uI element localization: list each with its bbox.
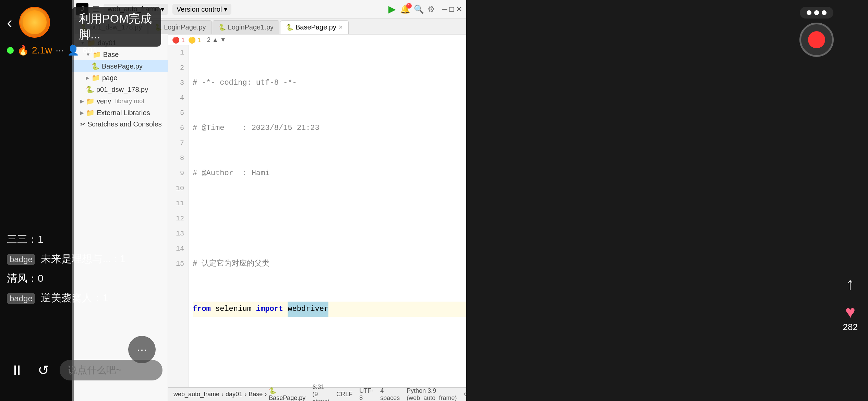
tree-label: venv xyxy=(97,97,111,105)
python-file-icon: 🐍 xyxy=(86,85,94,94)
folder-icon: 📁 xyxy=(86,109,95,117)
cursor-position: 6:31 (9 chars) xyxy=(312,384,329,401)
expand-icon: ▶ xyxy=(80,110,84,116)
tab-label: BasePage.py xyxy=(296,23,336,31)
folder-icon: 📁 xyxy=(87,39,96,47)
right-controls xyxy=(765,0,868,401)
tree-label: External Libraries xyxy=(97,109,150,117)
window-controls: ─ □ ✕ xyxy=(442,5,462,14)
run-button[interactable]: ▶ xyxy=(388,3,396,15)
code-line-4 xyxy=(193,211,466,226)
left-overlay xyxy=(0,0,74,401)
line-ending: CRLF xyxy=(336,391,352,398)
expand-icon: ▼ xyxy=(80,40,85,46)
more-options-button[interactable]: ··· xyxy=(56,45,63,56)
code-content[interactable]: # -*- coding: utf-8 -*- # @Time : 2023/8… xyxy=(189,45,466,387)
ide-tools: 🔔 1 🔍 ⚙ xyxy=(400,4,435,14)
replay-button[interactable]: ↺ xyxy=(38,362,49,378)
code-area[interactable]: 1 2 3 4 5 6 7 8 9 10 11 12 13 14 15 xyxy=(168,45,466,387)
warning-count: 🟡 1 xyxy=(188,36,201,44)
tree-label: Scratches and Consoles xyxy=(87,120,162,128)
path-day01: day01 xyxy=(226,391,242,398)
line-numbers: 1 2 3 4 5 6 7 8 9 10 11 12 13 14 15 xyxy=(168,45,189,387)
share-button[interactable]: ↑ xyxy=(846,274,855,294)
settings-icon: ⚙ xyxy=(463,391,466,398)
back-button[interactable]: ‹ xyxy=(7,13,12,32)
tab-python-icon: 🐍 xyxy=(81,24,88,31)
tab-p01dsw178[interactable]: 🐍 p01_dsw_178.py xyxy=(75,20,148,34)
pause-button[interactable]: ⏸ xyxy=(7,360,27,380)
path-base: Base xyxy=(249,391,263,398)
tree-item-external-libraries[interactable]: ▶ 📁 External Libraries xyxy=(72,107,168,119)
expand-icon: ▶ xyxy=(86,75,89,81)
dot-2 xyxy=(814,10,819,15)
tab-basepage[interactable]: 🐍 BasePage.py ✕ xyxy=(280,20,349,34)
statusbar-path[interactable]: web_auto_frame › day01 › Base › 🐍 BasePa… xyxy=(173,387,305,401)
tree-item-basepage[interactable]: 🐍 BasePage.py xyxy=(72,60,168,72)
tree-item-venv[interactable]: ▶ 📁 venv library root xyxy=(72,95,168,107)
search-button[interactable]: 🔍 xyxy=(414,4,424,14)
vcs-label: Version control xyxy=(177,5,222,13)
notification-bell[interactable]: 🔔 1 xyxy=(400,4,410,14)
statusbar-right: 6:31 (9 chars) CRLF UTF-8 4 spaces Pytho… xyxy=(312,384,466,401)
action-buttons: ↑ ♥ 282 xyxy=(843,274,858,332)
tree-label: Base xyxy=(103,51,119,59)
path-web: web_auto_frame xyxy=(173,391,219,398)
python-file-icon: 🐍 xyxy=(91,62,100,70)
tree-item-scratches[interactable]: ✂ Scratches and Consoles xyxy=(72,119,168,130)
vcs-selector[interactable]: Version control ▾ xyxy=(172,4,231,15)
tab-loginpage1[interactable]: 🐍 LoginPage1.py xyxy=(213,20,279,34)
tree-label: page xyxy=(102,74,118,82)
indent-info: 4 spaces xyxy=(380,387,400,401)
path-file: 🐍 BasePage.py xyxy=(269,387,305,401)
tree-item-base[interactable]: ▼ 📁 Base xyxy=(72,49,168,60)
code-line-7 xyxy=(193,347,466,362)
error-bar: 🔴 1 🟡 1 2 ▲ ▼ xyxy=(168,34,466,45)
code-line-2: # @Time : 2023/8/15 21:23 xyxy=(193,121,466,136)
hamburger-menu[interactable]: ☰ xyxy=(93,5,99,14)
scratches-icon: ✂ xyxy=(80,121,85,128)
expand-icon: ▼ xyxy=(86,52,91,57)
project-name-label: web_auto_frame xyxy=(108,5,159,13)
maximize-button[interactable]: □ xyxy=(449,5,454,14)
tab-loginpage[interactable]: 🐍 LoginPage.py xyxy=(148,20,212,34)
tree-item-day01[interactable]: ▼ 📁 day01 xyxy=(72,37,168,49)
project-selector[interactable]: web_auto_frame ▾ xyxy=(104,4,168,15)
tab-python-icon: 🐍 xyxy=(286,24,293,31)
close-button[interactable]: ✕ xyxy=(456,5,462,14)
vcs-arrow-icon: ▾ xyxy=(224,5,227,13)
tab-label: p01_dsw_178.py xyxy=(90,23,142,31)
project-arrow-icon: ▾ xyxy=(161,5,164,13)
notification-badge: 1 xyxy=(406,3,412,9)
record-button[interactable] xyxy=(799,23,834,57)
minimize-button[interactable]: ─ xyxy=(442,5,447,14)
line-count: 2 ▲ ▼ xyxy=(207,36,226,44)
dot-1 xyxy=(807,10,811,15)
editor-tabs: 🐍 p01_dsw_178.py 🐍 LoginPage.py 🐍 LoginP… xyxy=(72,19,466,34)
record-indicator xyxy=(808,31,825,48)
tree-item-page[interactable]: ▶ 📁 page xyxy=(72,72,168,84)
code-line-3: # @Author : Hami xyxy=(193,166,466,181)
heart-icon: ♥ xyxy=(845,302,855,322)
error-count: 🔴 1 xyxy=(172,36,185,44)
dot-3 xyxy=(822,10,827,15)
settings-button[interactable]: ⚙ xyxy=(427,4,435,14)
tree-label: day01 xyxy=(98,39,117,47)
python-version: Python 3.9 (web_auto_frame) xyxy=(407,387,457,401)
tab-close-icon[interactable]: ✕ xyxy=(338,24,343,31)
like-button[interactable]: ♥ 282 xyxy=(843,302,858,332)
recording-dots xyxy=(800,7,833,19)
folder-icon: 📁 xyxy=(86,97,95,105)
tab-label: LoginPage.py xyxy=(164,23,206,31)
tree-item-p01[interactable]: 🐍 p01_dsw_178.py xyxy=(72,84,168,95)
ide-titlebar: J ☰ web_auto_frame ▾ Version control ▾ ▶… xyxy=(72,0,466,19)
recording-area xyxy=(799,7,834,57)
more-button[interactable]: ··· xyxy=(128,336,156,363)
ide-logo: J xyxy=(76,3,88,15)
code-line-5: # 认定它为对应的父类 xyxy=(193,256,466,271)
tree-label: BasePage.py xyxy=(102,62,143,70)
folder-icon: 📁 xyxy=(92,74,100,82)
code-editor[interactable]: 🔴 1 🟡 1 2 ▲ ▼ 1 2 3 4 5 6 7 8 9 10 11 1 xyxy=(168,34,466,401)
comment-input[interactable] xyxy=(60,360,162,380)
expand-icon: ▶ xyxy=(80,98,84,104)
